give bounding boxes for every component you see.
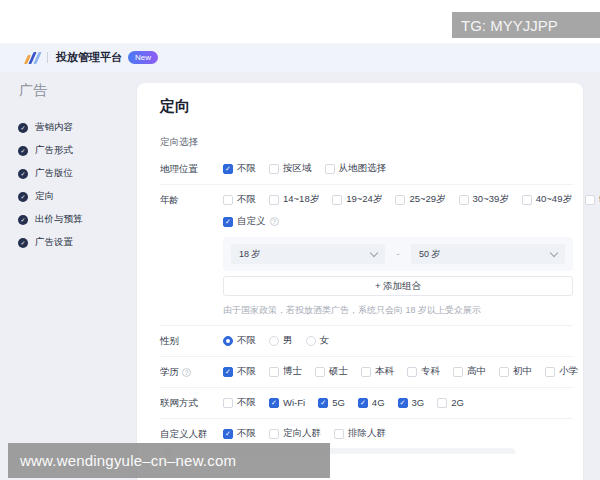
check-circle-icon: ✓ (18, 192, 28, 202)
age-option-自定义[interactable]: 自定义? (223, 215, 279, 228)
checkbox-unchecked-icon[interactable] (545, 367, 555, 377)
location-option-不限[interactable]: 不限 (223, 162, 256, 175)
checkbox-unchecked-icon[interactable] (223, 398, 233, 408)
network-option-2G[interactable]: 2G (437, 397, 464, 408)
option-label: 从地图选择 (339, 162, 387, 175)
network-option-5G[interactable]: 5G (318, 397, 345, 408)
location-option-从地图选择[interactable]: 从地图选择 (325, 162, 387, 175)
checkbox-unchecked-icon[interactable] (223, 195, 233, 205)
sidebar-item-ad-placement[interactable]: ✓广告版位 (0, 162, 133, 185)
checkbox-unchecked-icon[interactable] (269, 195, 279, 205)
education-option-初中[interactable]: 初中 (499, 365, 532, 378)
row-label-text: 自定义人群 (160, 428, 208, 439)
row-label-text: 学历 (160, 366, 179, 377)
brand-logo-icon (26, 52, 39, 64)
custom-audience-option-不限[interactable]: 不限 (223, 427, 256, 440)
network-option-不限[interactable]: 不限 (223, 396, 256, 409)
step-sidebar: 广告 ✓营销内容✓广告形式✓广告版位✓定向✓出价与预算✓广告设置 (0, 72, 133, 480)
checkbox-checked-icon[interactable] (398, 398, 408, 408)
education-option-本科[interactable]: 本科 (361, 365, 394, 378)
checkbox-checked-icon[interactable] (223, 217, 233, 227)
age-option-50岁及以上[interactable]: 50岁及以上 (585, 193, 600, 206)
checkbox-checked-icon[interactable] (223, 367, 233, 377)
age-option-不限[interactable]: 不限 (223, 193, 256, 206)
custom-audience-option-定向人群[interactable]: 定向人群 (269, 427, 321, 440)
radio-unchecked-icon[interactable] (306, 336, 316, 346)
age-option-19~24岁[interactable]: 19~24岁 (332, 193, 382, 206)
gender-option-不限[interactable]: 不限 (223, 334, 256, 347)
help-question-icon: ? (182, 368, 191, 377)
sidebar-item-label: 出价与预算 (35, 213, 83, 226)
age-to-value: 50 岁 (419, 248, 441, 261)
form-row-location: 地理位置不限按区域从地图选择 (160, 154, 573, 185)
education-option-高中[interactable]: 高中 (453, 365, 486, 378)
sidebar-item-marketing-content[interactable]: ✓营销内容 (0, 116, 133, 139)
checkbox-unchecked-icon[interactable] (334, 429, 344, 439)
checkbox-unchecked-icon[interactable] (459, 195, 469, 205)
education-option-小学[interactable]: 小学 (545, 365, 578, 378)
sidebar-item-bid-budget[interactable]: ✓出价与预算 (0, 208, 133, 231)
custom-audience-option-排除人群[interactable]: 排除人群 (334, 427, 386, 440)
check-circle-icon: ✓ (18, 169, 28, 179)
gender-option-女[interactable]: 女 (306, 334, 330, 347)
checkbox-unchecked-icon[interactable] (269, 367, 279, 377)
checkbox-unchecked-icon[interactable] (269, 164, 279, 174)
option-line: 不限定向人群排除人群 (223, 427, 573, 440)
location-option-按区域[interactable]: 按区域 (269, 162, 312, 175)
checkbox-unchecked-icon[interactable] (499, 367, 509, 377)
radio-checked-icon[interactable] (223, 336, 233, 346)
checkbox-unchecked-icon[interactable] (453, 367, 463, 377)
check-circle-icon: ✓ (18, 123, 28, 133)
checkbox-unchecked-icon[interactable] (407, 367, 417, 377)
checkbox-unchecked-icon[interactable] (395, 195, 405, 205)
age-to-select[interactable]: 50 岁 (411, 244, 565, 264)
row-content-location: 不限按区域从地图选择 (223, 162, 573, 176)
checkbox-unchecked-icon[interactable] (315, 367, 325, 377)
sidebar-item-ad-format[interactable]: ✓广告形式 (0, 139, 133, 162)
add-combination-button[interactable]: + 添加组合 (223, 276, 573, 296)
option-line: 不限男女 (223, 334, 573, 347)
sidebar-item-ad-settings[interactable]: ✓广告设置 (0, 231, 133, 254)
checkbox-checked-icon[interactable] (223, 164, 233, 174)
radio-unchecked-icon[interactable] (269, 336, 279, 346)
education-option-硕士[interactable]: 硕士 (315, 365, 348, 378)
education-option-专科[interactable]: 专科 (407, 365, 440, 378)
row-label-text: 地理位置 (160, 163, 198, 174)
option-line: 不限按区域从地图选择 (223, 162, 573, 175)
row-label-network: 联网方式 (160, 396, 223, 410)
sidebar-item-targeting[interactable]: ✓定向 (0, 185, 133, 208)
checkbox-unchecked-icon[interactable] (522, 195, 532, 205)
checkbox-unchecked-icon[interactable] (585, 195, 595, 205)
checkbox-unchecked-icon[interactable] (437, 398, 447, 408)
chevron-down-icon (550, 248, 558, 256)
age-option-25~29岁[interactable]: 25~29岁 (395, 193, 445, 206)
option-label: 4G (372, 397, 385, 408)
checkbox-unchecked-icon[interactable] (361, 367, 371, 377)
age-option-30~39岁[interactable]: 30~39岁 (459, 193, 509, 206)
checkbox-unchecked-icon[interactable] (332, 195, 342, 205)
education-option-不限[interactable]: 不限 (223, 365, 256, 378)
checkbox-checked-icon[interactable] (269, 398, 279, 408)
row-label-gender: 性别 (160, 334, 223, 348)
age-option-14~18岁[interactable]: 14~18岁 (269, 193, 319, 206)
row-content-education: 不限博士硕士本科专科高中初中小学 (223, 365, 573, 379)
network-option-4G[interactable]: 4G (358, 397, 385, 408)
option-label: 初中 (513, 365, 532, 378)
network-option-3G[interactable]: 3G (398, 397, 425, 408)
network-option-Wi-Fi[interactable]: Wi-Fi (269, 397, 305, 408)
education-option-博士[interactable]: 博士 (269, 365, 302, 378)
gender-option-男[interactable]: 男 (269, 334, 293, 347)
option-label: 不限 (237, 427, 256, 440)
checkbox-checked-icon[interactable] (358, 398, 368, 408)
checkbox-unchecked-icon[interactable] (269, 429, 279, 439)
option-label: 30~39岁 (473, 193, 509, 206)
option-label: 40~49岁 (536, 193, 572, 206)
checkbox-checked-icon[interactable] (223, 429, 233, 439)
checkbox-checked-icon[interactable] (318, 398, 328, 408)
checkbox-unchecked-icon[interactable] (325, 164, 335, 174)
age-from-select[interactable]: 18 岁 (231, 244, 385, 264)
option-line: 不限Wi-Fi5G4G3G2G (223, 396, 573, 409)
age-option-40~49岁[interactable]: 40~49岁 (522, 193, 572, 206)
option-line: 不限14~18岁19~24岁25~29岁30~39岁40~49岁50岁及以上 (223, 193, 573, 206)
row-label-education: 学历? (160, 365, 223, 379)
